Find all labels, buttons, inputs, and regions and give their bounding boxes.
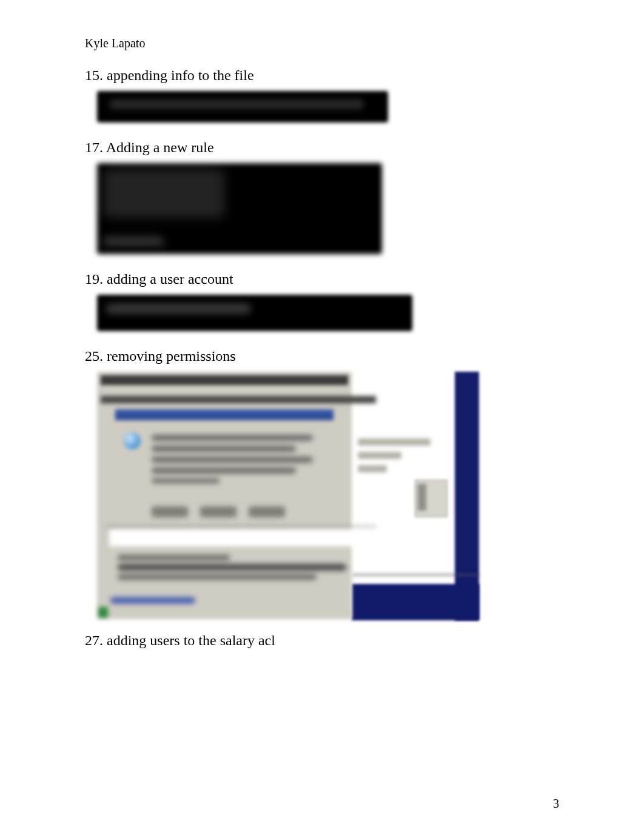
item-27-number: 27. bbox=[85, 632, 103, 648]
dialog-link bbox=[110, 597, 195, 603]
thumbnail-icon bbox=[415, 480, 448, 517]
dialog-button-3 bbox=[249, 506, 285, 517]
start-button-icon bbox=[98, 607, 108, 618]
dialog-button-1 bbox=[152, 506, 188, 517]
screenshot-dialog bbox=[97, 372, 479, 620]
dialog-body-text bbox=[152, 430, 321, 488]
item-19-number: 19. bbox=[85, 271, 103, 287]
dialog-titlebar bbox=[101, 375, 348, 385]
page-number: 3 bbox=[553, 797, 559, 811]
dialog-accent-bar bbox=[115, 409, 334, 420]
item-15-heading: 15. appending info to the file bbox=[85, 67, 559, 84]
item-19-text: adding a user account bbox=[107, 271, 233, 287]
item-27-heading: 27. adding users to the salary acl bbox=[85, 632, 559, 649]
item-17-text: Adding a new rule bbox=[106, 139, 214, 155]
author-name: Kyle Lapato bbox=[85, 36, 559, 50]
item-19-heading: 19. adding a user account bbox=[85, 271, 559, 287]
dialog-input-area bbox=[109, 529, 364, 546]
dialog-separator bbox=[106, 526, 376, 527]
desktop-strip bbox=[455, 372, 479, 620]
item-27-text: adding users to the salary acl bbox=[107, 632, 275, 648]
taskbar-strip bbox=[352, 584, 479, 620]
item-17-number: 17. bbox=[85, 139, 103, 155]
side-list bbox=[358, 432, 431, 478]
item-25-heading: 25. removing permissions bbox=[85, 348, 559, 364]
screenshot-terminal-3 bbox=[97, 295, 412, 331]
item-15-text: appending info to the file bbox=[107, 67, 254, 83]
dialog-buttons bbox=[152, 506, 295, 520]
dialog-window bbox=[97, 372, 352, 619]
item-25-number: 25. bbox=[85, 348, 103, 364]
item-25-text: removing permissions bbox=[107, 348, 236, 364]
screenshot-terminal-2 bbox=[97, 163, 382, 254]
screenshot-terminal-1 bbox=[97, 91, 388, 122]
shield-icon bbox=[124, 432, 141, 449]
dialog-button-2 bbox=[200, 506, 236, 517]
item-17-heading: 17. Adding a new rule bbox=[85, 139, 559, 156]
dialog-lower-text bbox=[118, 551, 366, 583]
item-15-number: 15. bbox=[85, 67, 103, 83]
dialog-subheader bbox=[101, 396, 376, 403]
